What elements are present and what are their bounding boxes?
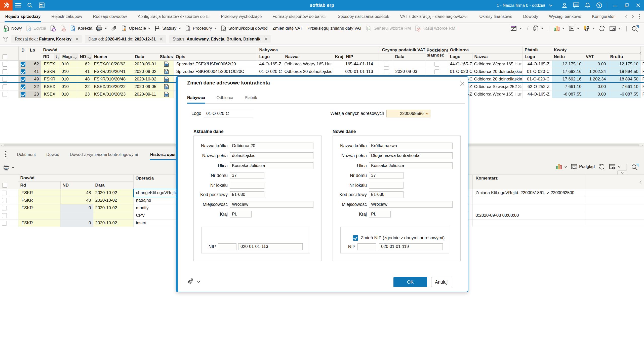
yl[interactable]	[159, 91, 174, 98]
col-header-vat[interactable]: VAT	[584, 53, 608, 60]
toolbar-export-doc-button[interactable]	[531, 24, 545, 33]
chip-remove-icon[interactable]: ✕	[75, 36, 79, 42]
bottom-rows-3-kom[interactable]: 0;2020-09-03 00:00:00	[472, 212, 584, 219]
news-button[interactable]	[36, 0, 47, 11]
global-search-button[interactable]	[24, 0, 36, 11]
status-doc-icon[interactable]	[164, 84, 169, 90]
detail-tab-2[interactable]: Dowód	[46, 149, 59, 160]
d-checkbox[interactable]	[21, 84, 25, 89]
grid-rows-4-plogo[interactable]: 44-O-165-Z	[522, 91, 552, 98]
grid-rows-1-plogo[interactable]: 01-O-020-C	[522, 68, 552, 75]
bottom-rows-2-rd[interactable]: FSKR	[18, 204, 60, 212]
col-header-status[interactable]: Status	[159, 53, 174, 60]
current-field-input[interactable]: Odbiorca 20	[230, 143, 313, 149]
yl[interactable]	[159, 83, 174, 91]
row-checkbox[interactable]	[3, 62, 7, 67]
grid-rows-1-nd[interactable]: 41	[78, 68, 92, 75]
ctr[interactable]	[426, 68, 448, 75]
app-logo[interactable]	[0, 0, 13, 11]
zmien-nip-checkbox[interactable]	[353, 235, 358, 241]
tabs-overflow-kebab-icon[interactable]	[636, 13, 642, 20]
row-checkbox[interactable]	[2, 213, 7, 218]
podzielona-checkbox[interactable]	[434, 69, 439, 74]
status-doc-icon[interactable]	[164, 69, 169, 74]
grid-rows-4-cur[interactable]: F	[640, 91, 644, 98]
grid-rows-3-cur[interactable]: F	[640, 83, 644, 91]
grid-rows-1-nnazwa[interactable]: Odbiorca 20 dolnośląskie	[283, 68, 333, 75]
toolbar-operacje-button[interactable]: Operacje	[119, 24, 152, 33]
col-header-odbiorca-logo[interactable]: Logo	[448, 53, 472, 60]
grid-rows-0-cur[interactable]: F	[640, 60, 644, 68]
grid-rows-3-data[interactable]: 2020-09-05	[133, 83, 159, 91]
grid-rows-0-vat[interactable]: 0.00	[584, 60, 608, 68]
status-doc-icon[interactable]	[164, 76, 169, 82]
chip-remove-icon[interactable]: ✕	[264, 36, 268, 42]
funnel-icon[interactable]	[3, 36, 8, 42]
toolbar-note-slash-button[interactable]	[509, 24, 523, 33]
detail-chart-button[interactable]	[554, 162, 568, 171]
new-field-input[interactable]: Wrocław	[369, 201, 453, 208]
toolbar-paperclip-button[interactable]	[109, 24, 118, 33]
detail-window-settings-button[interactable]	[608, 162, 622, 171]
col-header-nd[interactable]: ND	[78, 53, 86, 60]
grid-rows-4-netto[interactable]: -6 087.55	[552, 91, 584, 98]
new-nip-prefix-input[interactable]	[357, 243, 376, 250]
current-field-input[interactable]	[230, 182, 264, 189]
grid-rows-0-nd[interactable]: 62	[78, 60, 92, 68]
yl[interactable]	[159, 75, 174, 83]
toolbar-korekta-button[interactable]: Korekta	[68, 24, 94, 33]
bottom-rows-4-kom[interactable]	[472, 219, 584, 227]
current-field-input[interactable]: 51-630	[230, 191, 264, 198]
main-tab-9[interactable]: Okresy finansowe	[479, 11, 512, 22]
grid-rows-4-mag[interactable]: 010	[60, 91, 78, 98]
grid-rows-0-mag[interactable]: 010	[60, 60, 78, 68]
bottom-rows-1-data[interactable]: 2020-10-02	[93, 197, 133, 204]
d-checkbox[interactable]	[21, 92, 25, 97]
grid-rows-4-rd[interactable]: KSEX	[41, 91, 60, 98]
new-field-input[interactable]: Kossaka Juliusza	[369, 162, 453, 169]
col-header-czynny-checkbox[interactable]	[380, 53, 393, 60]
col-header-platnik-logo[interactable]: Logo	[522, 53, 552, 60]
col-header-nip[interactable]: NIP	[344, 53, 380, 60]
toolbar-warn-gears-button[interactable]	[582, 24, 596, 33]
grid-rows-0-nnazwa[interactable]: Odbiorca Węgry 165 Hung	[283, 60, 333, 68]
scroll-right-icon[interactable]: ›	[640, 143, 644, 147]
ctr[interactable]	[0, 75, 10, 83]
toolbar-nowy-button[interactable]: Nowy	[2, 24, 23, 33]
ctr[interactable]	[0, 189, 9, 197]
grid-rows-0-data[interactable]: 2020-09-01	[133, 60, 159, 68]
current-field-input[interactable]: 37	[230, 172, 264, 179]
th[interactable]	[9, 175, 18, 189]
grid-rows-1-onazwa[interactable]: Odbiorca 20 dolnośląskie	[472, 68, 522, 75]
main-tab-5[interactable]: Przelewy wychodzące	[221, 11, 262, 22]
col-header-komentarz[interactable]: Komentarz	[472, 175, 584, 189]
bottom-rows-1-nd[interactable]: 48	[60, 197, 93, 204]
toolbar-window-gear-button[interactable]	[608, 24, 622, 33]
notifications-button[interactable]	[582, 0, 593, 11]
ok-button[interactable]: OK	[393, 277, 427, 287]
chip-remove-icon[interactable]: ✕	[159, 36, 163, 42]
collapse-right-panel-icon[interactable]	[638, 180, 643, 184]
main-tab-12[interactable]: Konfigurator	[592, 11, 615, 22]
toolbar-kasuj-wzorce-rm-button[interactable]: Kasuj wzorce RM	[413, 24, 457, 33]
minimize-button[interactable]	[609, 0, 621, 11]
dialog-tab-2[interactable]: Odbiorca	[217, 95, 233, 103]
bottom-rows-2-kom[interactable]	[472, 204, 584, 212]
detail-tab-1[interactable]: Dokument	[17, 149, 36, 160]
main-tab-10[interactable]: Dowody	[523, 11, 538, 22]
d-checkbox[interactable]	[21, 77, 25, 82]
bottom-rows-3-nd[interactable]	[60, 212, 93, 219]
ctr[interactable]	[0, 219, 9, 227]
yl[interactable]	[159, 60, 174, 68]
ctr[interactable]	[0, 68, 10, 75]
col-header-d[interactable]: D	[18, 47, 28, 60]
toolbar-refresh-button[interactable]	[597, 24, 607, 33]
dialog-close-icon[interactable]	[458, 80, 466, 87]
new-field-input[interactable]: 37	[369, 172, 404, 179]
grid-rows-2-rd[interactable]: FSKR	[41, 75, 60, 83]
wersja-dropdown[interactable]: 2200068586	[386, 110, 430, 117]
grid-rows-0-ologo[interactable]: 44-O-165-Z	[448, 60, 472, 68]
current-field-input[interactable]: PL	[230, 211, 252, 217]
current-nip-prefix-input[interactable]	[218, 243, 236, 250]
current-field-input[interactable]: dolnośląskie	[230, 152, 313, 159]
